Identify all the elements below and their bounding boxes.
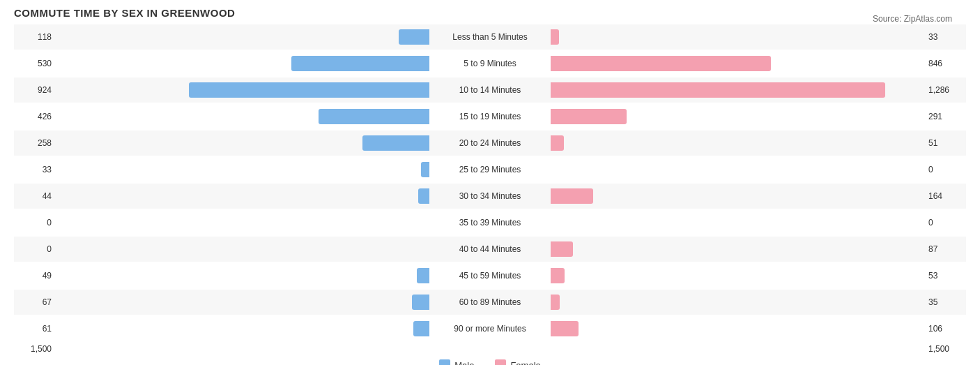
male-value: 33: [14, 165, 56, 174]
male-bar-container: [56, 321, 431, 336]
male-bar: [399, 29, 429, 45]
female-bar-container: [549, 82, 924, 98]
male-value: 67: [14, 297, 56, 307]
male-bar-container: [56, 268, 431, 283]
row-label: 10 to 14 Minutes: [431, 85, 549, 95]
male-bar-container: [56, 109, 431, 124]
male-bar: [418, 188, 429, 204]
male-value: 924: [14, 85, 56, 95]
chart-row: 530 5 to 9 Minutes 846: [14, 51, 966, 76]
chart-row: 924 10 to 14 Minutes 1,286: [14, 77, 966, 103]
female-bar: [551, 82, 885, 98]
chart-row: 0 40 to 44 Minutes 87: [14, 237, 966, 262]
female-bar: [551, 321, 579, 336]
female-bar: [551, 295, 560, 310]
female-bar-container: [549, 109, 924, 124]
chart-title: COMMUTE TIME BY SEX IN GREENWOOD: [14, 7, 966, 19]
male-bar: [189, 82, 429, 98]
female-value: 846: [924, 59, 966, 68]
male-value: 426: [14, 112, 56, 121]
female-bar: [551, 268, 565, 283]
row-label: Less than 5 Minutes: [431, 32, 549, 42]
male-value: 44: [14, 191, 56, 201]
chart-row: 67 60 to 89 Minutes 35: [14, 290, 966, 315]
axis-left-label: 1,500: [14, 344, 56, 354]
female-value: 1,286: [924, 85, 966, 95]
male-bar: [417, 268, 429, 283]
female-bar-container: [549, 295, 924, 310]
legend-female-label: Female: [510, 360, 540, 366]
row-label: 40 to 44 Minutes: [431, 244, 549, 254]
male-bar: [291, 56, 429, 71]
male-bar: [412, 295, 429, 310]
male-value: 118: [14, 32, 56, 42]
chart-row: 0 35 to 39 Minutes 0: [14, 210, 966, 235]
legend-male: Male: [439, 359, 474, 365]
chart-row: 61 90 or more Minutes 106: [14, 316, 966, 341]
female-bar-container: [549, 268, 924, 283]
female-bar-container: [549, 162, 924, 177]
female-bar-container: [549, 188, 924, 204]
chart-row: 49 45 to 59 Minutes 53: [14, 263, 966, 288]
legend-female: Female: [495, 359, 540, 365]
male-bar-container: [56, 295, 431, 310]
female-value: 51: [924, 138, 966, 148]
female-bar: [551, 135, 564, 151]
female-bar-container: [549, 241, 924, 257]
female-bar: [551, 109, 627, 124]
male-bar-container: [56, 241, 431, 257]
male-bar-container: [56, 162, 431, 177]
chart-area: 118 Less than 5 Minutes 33 530 5 to 9 Mi…: [14, 24, 966, 365]
chart-row: 426 15 to 19 Minutes 291: [14, 104, 966, 129]
female-value: 0: [924, 165, 966, 174]
female-bar-container: [549, 29, 924, 45]
female-value: 291: [924, 112, 966, 121]
male-value: 0: [14, 244, 56, 254]
male-value: 258: [14, 138, 56, 148]
legend-male-box: [439, 359, 450, 365]
male-value: 61: [14, 324, 56, 334]
female-value: 164: [924, 191, 966, 201]
row-label: 45 to 59 Minutes: [431, 271, 549, 281]
male-bar: [319, 109, 429, 124]
source-label: Source: ZipAtlas.com: [873, 14, 952, 24]
male-value: 0: [14, 218, 56, 228]
row-label: 25 to 29 Minutes: [431, 165, 549, 174]
chart-row: 258 20 to 24 Minutes 51: [14, 131, 966, 156]
legend-female-box: [495, 359, 506, 365]
row-label: 60 to 89 Minutes: [431, 297, 549, 307]
female-bar-container: [549, 56, 924, 71]
male-bar-container: [56, 56, 431, 71]
female-bar-container: [549, 135, 924, 151]
row-label: 90 or more Minutes: [431, 324, 549, 334]
female-value: 0: [924, 218, 966, 228]
female-bar: [551, 241, 573, 257]
female-bar-container: [549, 321, 924, 336]
male-bar-container: [56, 135, 431, 151]
female-bar-container: [549, 215, 924, 230]
row-label: 5 to 9 Minutes: [431, 59, 549, 68]
female-value: 33: [924, 32, 966, 42]
legend: Male Female: [14, 359, 966, 365]
row-label: 30 to 34 Minutes: [431, 191, 549, 201]
chart-row: 33 25 to 29 Minutes 0: [14, 157, 966, 182]
chart-row: 44 30 to 34 Minutes 164: [14, 184, 966, 209]
male-bar: [413, 321, 429, 336]
male-value: 49: [14, 271, 56, 281]
axis-row: 1,500 1,500: [14, 344, 966, 354]
chart-row: 118 Less than 5 Minutes 33: [14, 24, 966, 50]
female-bar: [551, 188, 593, 204]
female-value: 87: [924, 244, 966, 254]
female-bar: [551, 29, 559, 45]
male-bar-container: [56, 29, 431, 45]
row-label: 35 to 39 Minutes: [431, 218, 549, 228]
female-value: 53: [924, 271, 966, 281]
male-bar: [421, 162, 429, 177]
female-value: 106: [924, 324, 966, 334]
male-bar-container: [56, 82, 431, 98]
male-value: 530: [14, 59, 56, 68]
row-label: 20 to 24 Minutes: [431, 138, 549, 148]
female-bar: [551, 56, 771, 71]
male-bar-container: [56, 215, 431, 230]
legend-male-label: Male: [454, 360, 474, 366]
